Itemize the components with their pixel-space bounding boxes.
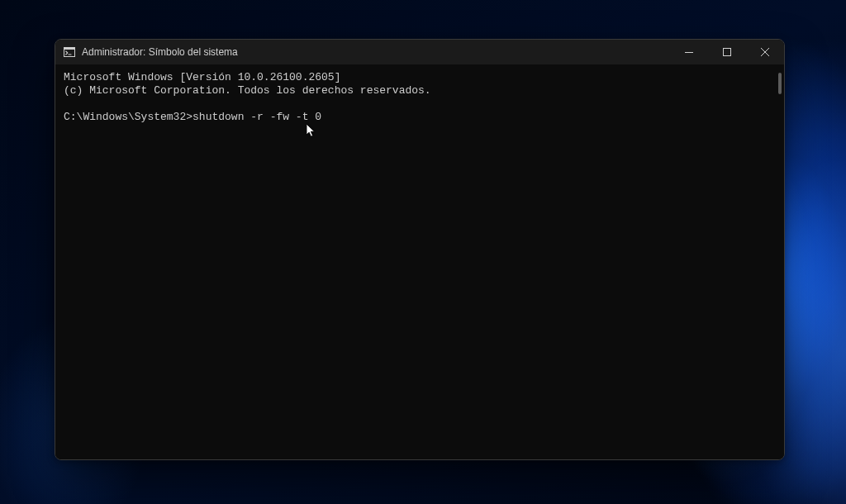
titlebar[interactable]: Administrador: Símbolo del sistema xyxy=(55,40,784,64)
svg-rect-3 xyxy=(685,52,693,53)
minimize-button[interactable] xyxy=(670,40,708,64)
typed-command: shutdown -r -fw -t 0 xyxy=(192,111,321,123)
close-button[interactable] xyxy=(746,40,784,64)
window-title: Administrador: Símbolo del sistema xyxy=(82,47,238,57)
maximize-button[interactable] xyxy=(708,40,746,64)
terminal-area[interactable]: Microsoft Windows [Versión 10.0.26100.26… xyxy=(55,64,784,459)
svg-rect-1 xyxy=(64,48,75,50)
cmd-icon xyxy=(64,47,75,57)
terminal-line-copyright: (c) Microsoft Corporation. Todos los der… xyxy=(64,84,776,97)
scrollbar-track[interactable] xyxy=(777,73,782,451)
svg-rect-4 xyxy=(724,49,731,56)
terminal-prompt-line: C:\Windows\System32>shutdown -r -fw -t 0 xyxy=(64,111,776,124)
command-prompt-window: Administrador: Símbolo del sistema Micro… xyxy=(55,39,785,460)
scrollbar-thumb[interactable] xyxy=(778,73,782,94)
terminal-line-version: Microsoft Windows [Versión 10.0.26100.26… xyxy=(64,71,776,84)
prompt-path: C:\Windows\System32> xyxy=(64,111,192,123)
